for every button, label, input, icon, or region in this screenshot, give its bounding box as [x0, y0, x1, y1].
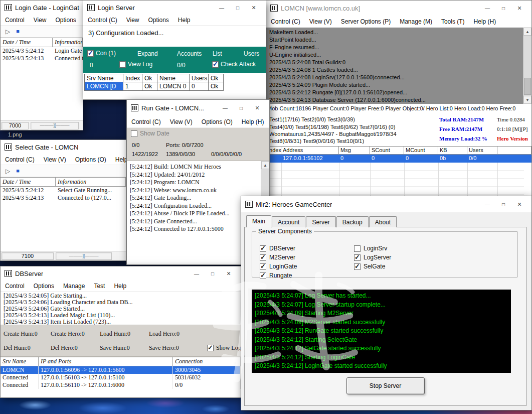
- menu-view[interactable]: View (V): [39, 155, 71, 165]
- tab-about[interactable]: About: [369, 216, 397, 227]
- menu-control[interactable]: Control: [1, 15, 29, 25]
- run-gate-titlebar[interactable]: Run Gate - LOMCN... — □ ×: [127, 100, 269, 116]
- connection-row[interactable]: Connected 127.0.0.1:56110 -> 127.0.0.1:6…: [1, 381, 241, 389]
- menu-control[interactable]: Control: [1, 281, 29, 291]
- menu-options[interactable]: Options: [29, 281, 59, 291]
- component-label[interactable]: DBServer: [269, 245, 295, 252]
- show-log-checkbox[interactable]: [207, 345, 214, 351]
- column-scount[interactable]: SCount: [370, 146, 404, 155]
- component-checkbox-m2server[interactable]: [260, 254, 266, 261]
- column-date-time[interactable]: Date / Time: [1, 178, 56, 186]
- scroll-up-icon[interactable]: ▲: [261, 161, 269, 169]
- select-gate-titlebar[interactable]: Select Gate - LOMCN: [1, 140, 126, 154]
- column-msg[interactable]: Msg: [339, 146, 370, 155]
- connection-row[interactable]: Connected 127.0.0.1:56103 -> 127.0.0.1:5…: [1, 374, 241, 381]
- minimize-icon[interactable]: —: [479, 2, 495, 14]
- menu-view[interactable]: View (V): [165, 117, 197, 127]
- close-icon[interactable]: ×: [511, 198, 527, 210]
- menu-control[interactable]: Control (C): [266, 17, 305, 27]
- login-server-titlebar[interactable]: Login Server — □ ×: [83, 1, 266, 15]
- stop-server-button[interactable]: Stop Server: [346, 377, 425, 394]
- menu-manage[interactable]: Manage (M): [395, 17, 437, 27]
- minimize-icon[interactable]: —: [189, 267, 205, 280]
- component-label[interactable]: Rungate: [269, 272, 292, 279]
- menu-view[interactable]: View: [29, 15, 51, 25]
- login-gate-titlebar[interactable]: Login Gate - LoginGate: [1, 1, 83, 15]
- column-date-time[interactable]: Date / Time: [1, 38, 53, 47]
- maximize-icon[interactable]: □: [233, 102, 249, 114]
- gate-row-selected[interactable]: 127.0.0.1:56102 0 0 0 0b 0/0: [266, 155, 531, 163]
- component-label[interactable]: SelGate: [364, 263, 385, 270]
- con-label[interactable]: Con (1): [96, 50, 116, 57]
- view-log-label[interactable]: View Log: [128, 61, 152, 68]
- tab-main[interactable]: Main: [246, 215, 271, 227]
- menu-help[interactable]: Help: [173, 15, 195, 25]
- tab-server[interactable]: Server: [306, 216, 335, 227]
- column-srv-name[interactable]: Srv Name: [1, 357, 39, 366]
- maximize-icon[interactable]: □: [495, 198, 511, 210]
- menu-control[interactable]: Control (C): [127, 117, 165, 127]
- check-attack-label[interactable]: Check Attack: [221, 61, 256, 68]
- menu-test[interactable]: Test: [89, 281, 109, 291]
- close-icon[interactable]: ×: [246, 2, 262, 14]
- column-ok-2[interactable]: Ok: [209, 74, 224, 82]
- view-log-checkbox[interactable]: [119, 61, 126, 68]
- menu-options[interactable]: Options (O): [197, 117, 237, 127]
- close-icon[interactable]: ×: [511, 2, 527, 14]
- menu-view[interactable]: View: [122, 15, 144, 25]
- scroll-thumb[interactable]: [524, 78, 531, 95]
- menu-tools[interactable]: Tools (T): [437, 17, 469, 27]
- gamecenter-titlebar[interactable]: Mir2: Heroes GameCenter — □ ×: [241, 196, 531, 212]
- desktop-file-label[interactable]: 1.png: [8, 131, 22, 137]
- component-label[interactable]: M2Server: [269, 254, 295, 261]
- column-information[interactable]: Information: [56, 178, 126, 186]
- component-checkbox-dbserver[interactable]: [260, 245, 266, 252]
- menu-help[interactable]: Help (H): [469, 17, 501, 27]
- column-kb[interactable]: KB: [438, 146, 467, 155]
- start-icon[interactable]: ▷: [6, 29, 10, 35]
- scrollbar[interactable]: ▲ ▼: [523, 28, 531, 104]
- menu-control[interactable]: Control (C): [1, 155, 39, 165]
- show-log-label[interactable]: Show Log: [216, 344, 241, 352]
- show-date-checkbox[interactable]: [131, 130, 137, 137]
- con-checkbox[interactable]: [87, 50, 94, 57]
- component-label[interactable]: LoginGate: [269, 263, 297, 270]
- scroll-down-icon[interactable]: ▼: [523, 96, 531, 104]
- expand-button[interactable]: Expand: [137, 50, 158, 57]
- column-mcount[interactable]: MCount: [404, 146, 438, 155]
- menu-options[interactable]: Options (O): [71, 155, 111, 165]
- column-users[interactable]: Users: [467, 146, 497, 155]
- column-users[interactable]: Users: [190, 74, 209, 82]
- maximize-icon[interactable]: □: [230, 2, 246, 14]
- stop-icon[interactable]: ■: [16, 168, 20, 174]
- menu-control[interactable]: Control (C): [83, 15, 122, 25]
- dbserver-titlebar[interactable]: DBServer — □ ×: [1, 266, 241, 281]
- column-information[interactable]: Information: [53, 38, 83, 47]
- component-checkbox-rungate[interactable]: [260, 272, 266, 279]
- m2server-titlebar[interactable]: LOMCN [www.lomcn.co.uk] — □ ×: [266, 1, 531, 16]
- tab-backup[interactable]: Backup: [336, 216, 369, 227]
- column-name[interactable]: Name: [157, 74, 190, 82]
- maximize-icon[interactable]: □: [495, 2, 511, 14]
- menu-options[interactable]: Options: [143, 15, 173, 25]
- column-ip-ports[interactable]: IP and Ports: [39, 357, 173, 366]
- component-checkbox-loginsrv[interactable]: [354, 245, 361, 252]
- menu-help[interactable]: Help (H): [237, 117, 269, 127]
- close-icon[interactable]: ×: [249, 102, 265, 114]
- component-checkbox-logingate[interactable]: [260, 263, 266, 270]
- menu-options[interactable]: Options: [51, 15, 80, 25]
- connection-row-selected[interactable]: LOMCN 127.0.0.1:56096 -> 127.0.0.1:5600 …: [1, 366, 241, 374]
- column-ok-1[interactable]: Ok: [142, 74, 157, 82]
- column-index[interactable]: Index: [123, 74, 142, 82]
- column-srv-name[interactable]: Srv Name: [84, 74, 123, 82]
- maximize-icon[interactable]: □: [205, 267, 221, 280]
- show-date-label[interactable]: Show Date: [140, 130, 169, 137]
- start-icon[interactable]: ▷: [6, 168, 10, 174]
- component-label[interactable]: LogServer: [364, 254, 391, 261]
- component-label[interactable]: LoginSrv: [364, 245, 387, 252]
- tab-account[interactable]: Account: [272, 216, 305, 227]
- component-checkbox-logserver[interactable]: [354, 254, 361, 261]
- server-row[interactable]: LOMCN [D 1 Ok LOMCN 0 0 Ok: [84, 82, 224, 91]
- minimize-icon[interactable]: —: [214, 2, 230, 14]
- column-connection[interactable]: Connection: [173, 357, 241, 366]
